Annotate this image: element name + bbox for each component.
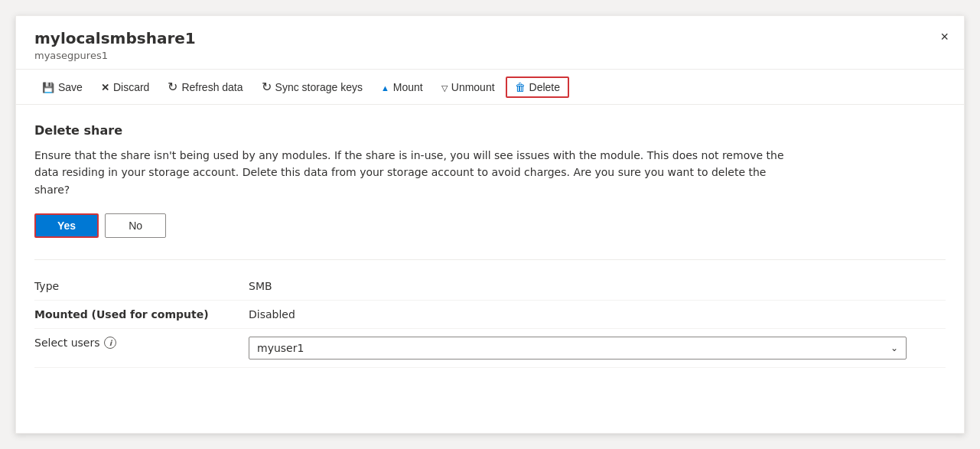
type-value: SMB <box>249 280 946 292</box>
delete-icon <box>515 81 526 93</box>
mounted-value: Disabled <box>249 308 946 320</box>
sync-icon <box>262 80 272 94</box>
panel-title: mylocalsmbshare1 <box>34 28 946 48</box>
sync-label: Sync storage keys <box>275 81 363 93</box>
delete-section-title: Delete share <box>34 123 946 138</box>
select-users-value: myuser1 <box>257 342 304 354</box>
save-label: Save <box>58 81 83 93</box>
panel: mylocalsmbshare1 myasegpures1 × Save Dis… <box>15 15 965 434</box>
sync-button[interactable]: Sync storage keys <box>254 76 370 98</box>
action-buttons: Yes No <box>34 213 946 238</box>
unmount-icon <box>441 81 448 93</box>
discard-icon <box>101 81 109 93</box>
refresh-icon <box>168 80 177 94</box>
select-users-info-icon: i <box>104 337 116 349</box>
type-label: Type <box>34 280 249 292</box>
select-users-field: myuser1 ⌄ <box>249 337 946 360</box>
save-icon <box>42 81 54 93</box>
delete-section-description: Ensure that the share isn't being used b… <box>34 147 799 198</box>
delete-label: Delete <box>529 81 560 93</box>
delete-button[interactable]: Delete <box>506 76 569 98</box>
select-users-label: Select users i <box>34 337 249 349</box>
select-users-dropdown[interactable]: myuser1 ⌄ <box>249 337 907 360</box>
unmount-button[interactable]: Unmount <box>434 77 503 97</box>
chevron-down-icon: ⌄ <box>890 343 898 353</box>
form-section: Type SMB Mounted (Used for compute) Disa… <box>34 259 946 368</box>
toolbar: Save Discard Refresh data Sync storage k… <box>16 70 964 105</box>
type-row: Type SMB <box>34 272 946 301</box>
mount-label: Mount <box>393 81 423 93</box>
refresh-label: Refresh data <box>181 81 243 93</box>
close-button[interactable]: × <box>937 27 952 47</box>
mounted-label: Mounted (Used for compute) <box>34 308 249 320</box>
delete-share-section: Delete share Ensure that the share isn't… <box>34 123 946 238</box>
mount-button[interactable]: Mount <box>373 77 431 97</box>
unmount-label: Unmount <box>451 81 495 93</box>
panel-subtitle: myasegpures1 <box>34 50 946 61</box>
panel-body: Delete share Ensure that the share isn't… <box>16 105 964 433</box>
save-button[interactable]: Save <box>34 77 90 97</box>
discard-button[interactable]: Discard <box>93 77 157 97</box>
discard-label: Discard <box>113 81 149 93</box>
select-users-row: Select users i myuser1 ⌄ <box>34 329 946 368</box>
refresh-button[interactable]: Refresh data <box>160 76 250 98</box>
panel-header: mylocalsmbshare1 myasegpures1 × <box>16 16 964 70</box>
mount-icon <box>381 81 389 93</box>
mounted-row: Mounted (Used for compute) Disabled <box>34 301 946 329</box>
no-button[interactable]: No <box>105 213 166 238</box>
yes-button[interactable]: Yes <box>34 213 99 238</box>
